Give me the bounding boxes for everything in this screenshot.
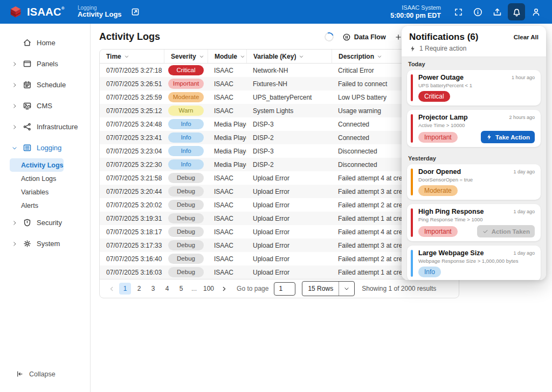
lightning-icon	[486, 134, 493, 141]
notification-card[interactable]: High Ping Response1 day agoPing Response…	[407, 204, 541, 241]
notifications-list: TodayPower Outage1 hour agoUPS batteryPe…	[402, 57, 546, 280]
chevron-down-icon	[199, 54, 204, 59]
cell-time: 07/07/2025 3:16:40 PM	[100, 252, 164, 265]
loading-spinner	[323, 31, 335, 43]
user-button[interactable]	[527, 3, 544, 20]
sidebar-item-logging[interactable]: Logging	[0, 137, 90, 158]
action-button-label: Take Action	[495, 134, 530, 141]
cell-module: ISAAC	[208, 225, 246, 239]
sidebar-item-security[interactable]: Security	[0, 212, 90, 233]
notification-card-header: Power Outage1 hour ago	[418, 74, 535, 81]
chevron-down-icon	[377, 54, 382, 59]
prev-page-button[interactable]	[106, 283, 117, 294]
action-taken-button: Action Taken	[477, 225, 535, 237]
sidebar-item-infrastructure[interactable]: Infrastructure	[0, 116, 90, 137]
page-button-100[interactable]: 100	[201, 283, 216, 295]
logging-icon	[23, 143, 32, 152]
fullscreen-button[interactable]	[450, 3, 467, 20]
severity-badge: Info	[168, 132, 204, 143]
notifications-section-yesterday: Yesterday	[402, 151, 546, 164]
column-header-variable-key[interactable]: Variable (Key)	[246, 50, 332, 63]
open-in-new-window-button[interactable]	[130, 7, 140, 17]
clear-all-button[interactable]: Clear All	[514, 34, 539, 40]
sidebar-item-cms[interactable]: CMS	[0, 95, 90, 116]
cell-severity: Debug	[164, 171, 208, 185]
schedule-icon	[23, 80, 32, 89]
notification-condition: Webpage Response Size > 1,000,000 bytes	[418, 258, 535, 264]
cell-variable: Upload Error	[246, 171, 332, 185]
notification-title: Large Webpage Size	[418, 249, 484, 257]
notifications-title: Notifications (6)	[409, 32, 478, 43]
severity-badge: Info	[168, 119, 204, 130]
notification-card[interactable]: Projector Lamp2 hours agoActive Time > 1…	[407, 110, 541, 147]
notification-card[interactable]: Power Outage1 hour agoUPS batteryPercent…	[407, 70, 541, 106]
severity-badge: Warn	[168, 106, 204, 116]
notification-title: Projector Lamp	[418, 114, 468, 121]
cell-variable: Upload Error	[246, 198, 332, 212]
cell-variable: DISP-3	[246, 117, 332, 131]
notification-card-footer: ImportantTake Action	[418, 131, 535, 143]
notification-card-header: Large Webpage Size1 day ago	[418, 249, 535, 257]
notification-card[interactable]: Door Opened1 day agoDoorSensorOpen = tru…	[407, 164, 541, 200]
cell-severity: Info	[164, 131, 208, 144]
cell-module: ISAAC	[208, 64, 246, 77]
breadcrumb: Logging Activity Logs	[78, 5, 122, 19]
cell-variable: Network-NH	[246, 64, 332, 77]
page-button-2[interactable]: 2	[133, 283, 145, 295]
rows-per-page-select[interactable]: 15 Rows	[302, 281, 355, 296]
sidebar-item-activity-logs[interactable]: Activity Logs	[10, 158, 64, 172]
chevron-right-icon	[11, 61, 18, 67]
severity-accent-bar	[411, 74, 413, 101]
take-action-button[interactable]: Take Action	[481, 131, 535, 143]
severity-badge: Debug	[168, 227, 204, 237]
cell-time: 07/07/2025 3:20:02 PM	[100, 198, 164, 212]
sidebar-item-panels[interactable]: Panels	[0, 53, 90, 74]
sidebar-item-action-logs[interactable]: Action Logs	[10, 172, 56, 185]
info-button[interactable]	[469, 3, 486, 20]
cell-variable: System Lights	[246, 104, 332, 117]
sidebar-item-variables[interactable]: Variables	[10, 185, 49, 199]
page-button-5[interactable]: 5	[175, 283, 187, 295]
cell-module: ISAAC	[208, 198, 246, 212]
severity-badge: Critical	[418, 91, 450, 102]
logo-trademark: ®	[61, 6, 65, 11]
sidebar-item-alerts[interactable]: Alerts	[10, 199, 38, 212]
sidebar-item-system[interactable]: System	[0, 233, 90, 254]
page-button-1[interactable]: 1	[119, 283, 131, 295]
notification-card-header: Projector Lamp2 hours ago	[418, 114, 535, 121]
cell-time: 07/07/2025 3:19:31 PM	[100, 212, 164, 225]
cell-time: 07/07/2025 3:21:58 PM	[100, 171, 164, 185]
security-icon	[23, 218, 32, 227]
severity-badge: Info	[418, 267, 441, 277]
notification-card-footer: ImportantAction Taken	[418, 225, 535, 237]
notifications-button[interactable]	[508, 3, 525, 20]
notification-condition: UPS batteryPercent < 1	[418, 82, 535, 88]
page-number-input[interactable]	[274, 282, 295, 296]
data-flow-button[interactable]: Data Flow	[342, 33, 386, 41]
page-button-4[interactable]: 4	[161, 283, 173, 295]
topbar: ISAAC® Logging Activity Logs ISAAC Syste…	[0, 0, 552, 24]
cell-time: 07/07/2025 3:23:41 PM	[100, 131, 164, 144]
sidebar-item-schedule[interactable]: Schedule	[0, 74, 90, 95]
next-page-button[interactable]	[218, 283, 229, 294]
column-header-severity[interactable]: Severity	[164, 50, 208, 63]
upload-button[interactable]	[488, 3, 506, 20]
chevron-right-icon	[11, 124, 18, 130]
severity-badge: Debug	[168, 240, 204, 251]
page-button-3[interactable]: 3	[147, 283, 159, 295]
severity-accent-bar	[411, 169, 413, 195]
sidebar-collapse-button[interactable]: Collapse	[0, 370, 90, 378]
cell-module: ISAAC	[208, 252, 246, 265]
cell-variable: Fixtures-NH	[246, 77, 332, 90]
column-header-label: Variable (Key)	[253, 53, 296, 60]
sidebar-item-home[interactable]: Home	[0, 32, 90, 53]
column-header-module[interactable]: Module	[208, 50, 246, 63]
column-header-time[interactable]: Time	[100, 50, 164, 63]
cell-time: 07/07/2025 3:27:18 PM	[100, 64, 164, 77]
cell-variable: Upload Error	[246, 265, 332, 279]
notification-card[interactable]: Large Webpage Size1 day agoWebpage Respo…	[407, 246, 541, 280]
cell-time: 07/07/2025 3:25:59 PM	[100, 90, 164, 104]
severity-badge: Debug	[168, 186, 204, 197]
severity-badge: Important	[418, 132, 458, 143]
column-header-label: Severity	[171, 53, 196, 60]
